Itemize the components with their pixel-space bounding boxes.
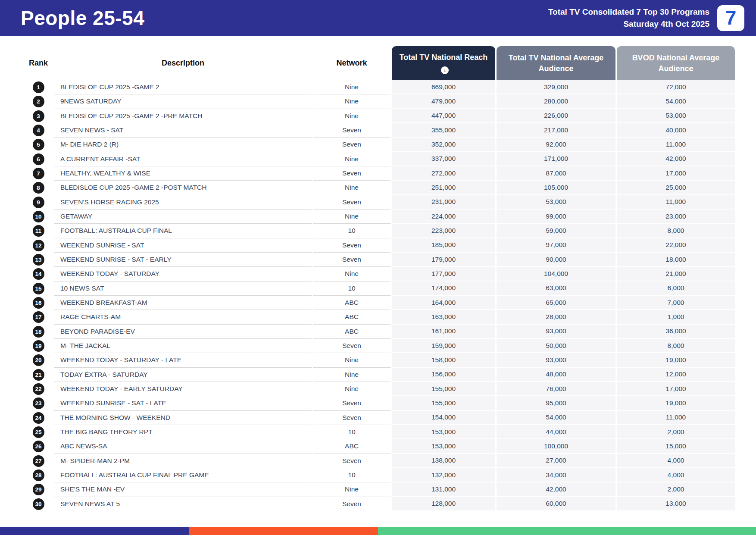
avg-audience-cell: 28,000 — [497, 310, 615, 324]
column-header-network: Network — [313, 46, 390, 80]
table-row: 21TODAY EXTRA - SATURDAYNine156,00048,00… — [24, 368, 756, 382]
column-header-total-tv-reach[interactable]: Total TV National Reach↓ — [392, 46, 495, 80]
reach-cell: 138,000 — [392, 454, 495, 468]
network-cell: Nine — [313, 368, 390, 382]
rank-badge: 13 — [33, 254, 44, 266]
table-row: 1510 NEWS SAT10174,00063,0006,000 — [24, 282, 756, 296]
description-cell: BEYOND PARADISE-EV — [54, 325, 312, 339]
table-row: 22WEEKEND TODAY - EARLY SATURDAYNine155,… — [24, 382, 756, 396]
network-cell: Nine — [313, 267, 390, 281]
rank-badge: 16 — [33, 297, 44, 309]
network-cell: Seven — [313, 123, 390, 138]
network-cell: 10 — [313, 425, 390, 439]
rank-badge: 9 — [33, 197, 44, 208]
network-cell: ABC — [313, 296, 390, 310]
description-cell: THE MORNING SHOW - WEEKEND — [54, 411, 312, 425]
report-date: Saturday 4th Oct 2025 — [548, 18, 709, 31]
rank-cell: 3 — [24, 109, 53, 123]
rank-cell: 1 — [24, 80, 53, 94]
reach-cell: 161,000 — [392, 325, 495, 339]
rank-cell: 17 — [24, 310, 53, 324]
reach-cell: 251,000 — [392, 181, 495, 195]
reach-cell: 174,000 — [392, 282, 495, 296]
bvod-audience-cell: 17,000 — [617, 382, 735, 396]
reach-cell: 132,000 — [392, 468, 495, 482]
reach-cell: 272,000 — [392, 166, 495, 181]
avg-audience-cell: 76,000 — [497, 382, 615, 396]
avg-audience-cell: 97,000 — [497, 238, 615, 253]
rank-badge: 14 — [33, 268, 44, 280]
reach-cell: 156,000 — [392, 368, 495, 382]
network-cell: Nine — [313, 482, 390, 497]
network-cell: Nine — [313, 353, 390, 367]
table-row: 1BLEDISLOE CUP 2025 -GAME 2Nine669,00032… — [24, 80, 756, 94]
network-cell: Seven — [313, 454, 390, 468]
bvod-audience-cell: 12,000 — [617, 368, 735, 382]
network-cell: Seven — [313, 411, 390, 425]
rank-cell: 8 — [24, 181, 53, 195]
description-cell: WEEKEND SUNRISE - SAT - EARLY — [54, 253, 312, 267]
rank-badge: 5 — [33, 139, 44, 150]
bvod-audience-cell: 17,000 — [617, 166, 735, 181]
footer-stripe — [0, 527, 756, 535]
table-row: 26ABC NEWS-SAABC153,000100,00015,000 — [24, 439, 756, 454]
description-cell: RAGE CHARTS-AM — [54, 310, 312, 324]
bvod-audience-cell: 8,000 — [617, 224, 735, 238]
description-cell: BLEDISLOE CUP 2025 -GAME 2 -POST MATCH — [54, 181, 312, 195]
bvod-audience-cell: 4,000 — [617, 454, 735, 468]
network-cell: ABC — [313, 310, 390, 324]
bvod-audience-cell: 4,000 — [617, 468, 735, 482]
avg-audience-cell: 90,000 — [497, 253, 615, 267]
bvod-audience-cell: 40,000 — [617, 123, 735, 138]
avg-audience-cell: 217,000 — [497, 123, 615, 138]
network-cell: 10 — [313, 468, 390, 482]
bvod-audience-cell: 1,000 — [617, 310, 735, 324]
bvod-audience-cell: 21,000 — [617, 267, 735, 281]
table-row: 4SEVEN NEWS - SATSeven355,000217,00040,0… — [24, 123, 756, 138]
column-header-description: Description — [54, 46, 312, 80]
bvod-audience-cell: 72,000 — [617, 80, 735, 94]
rank-cell: 7 — [24, 166, 53, 181]
avg-audience-cell: 99,000 — [497, 210, 615, 224]
table-row: 16WEEKEND BREAKFAST-AMABC164,00065,0007,… — [24, 296, 756, 310]
avg-audience-cell: 171,000 — [497, 152, 615, 166]
network-cell: Nine — [313, 382, 390, 396]
rank-cell: 19 — [24, 339, 53, 353]
table-row: 29NEWS SATURDAYNine479,000280,00054,000 — [24, 94, 756, 109]
rank-badge: 4 — [33, 125, 44, 136]
bvod-audience-cell: 15,000 — [617, 439, 735, 454]
rank-cell: 5 — [24, 138, 53, 152]
rank-badge: 8 — [33, 182, 44, 194]
description-cell: M- DIE HARD 2 (R) — [54, 138, 312, 152]
avg-audience-cell: 54,000 — [497, 411, 615, 425]
rank-badge: 12 — [33, 240, 44, 251]
reach-cell: 128,000 — [392, 497, 495, 511]
network-cell: Nine — [313, 210, 390, 224]
description-cell: TODAY EXTRA - SATURDAY — [54, 368, 312, 382]
network-cell: Seven — [313, 138, 390, 152]
rank-badge: 6 — [33, 153, 44, 165]
rank-badge: 30 — [33, 498, 44, 510]
description-cell: WEEKEND SUNRISE - SAT — [54, 238, 312, 253]
table-row: 12WEEKEND SUNRISE - SATSeven185,00097,00… — [24, 238, 756, 253]
rank-badge: 24 — [33, 412, 44, 424]
rank-cell: 10 — [24, 210, 53, 224]
description-cell: 9NEWS SATURDAY — [54, 94, 312, 109]
avg-audience-cell: 44,000 — [497, 425, 615, 439]
reach-cell: 153,000 — [392, 425, 495, 439]
reach-cell: 154,000 — [392, 411, 495, 425]
bvod-audience-cell: 6,000 — [617, 282, 735, 296]
reach-cell: 223,000 — [392, 224, 495, 238]
reach-cell: 177,000 — [392, 267, 495, 281]
rank-badge: 7 — [33, 168, 44, 179]
avg-audience-cell: 34,000 — [497, 468, 615, 482]
avg-audience-cell: 42,000 — [497, 482, 615, 497]
reach-cell: 352,000 — [392, 138, 495, 152]
description-cell: A CURRENT AFFAIR -SAT — [54, 152, 312, 166]
description-cell: THE BIG BANG THEORY RPT — [54, 425, 312, 439]
description-cell: M- THE JACKAL — [54, 339, 312, 353]
network-cell: Nine — [313, 109, 390, 123]
table-header-row: Rank Description Network Total TV Nation… — [24, 46, 756, 80]
reach-cell: 337,000 — [392, 152, 495, 166]
avg-audience-cell: 65,000 — [497, 296, 615, 310]
